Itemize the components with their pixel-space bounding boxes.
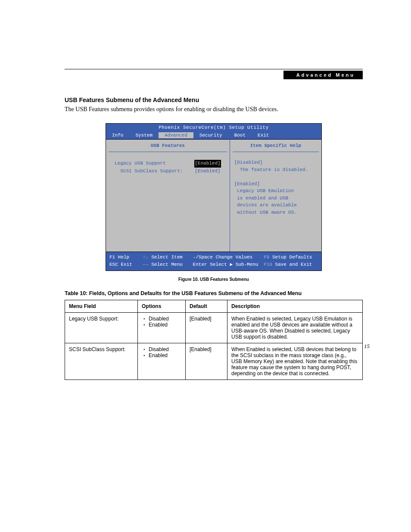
bios-right-title: Item Specific Help xyxy=(233,140,319,152)
cell-description: When Enabled is selected, Legacy USB Emu… xyxy=(227,313,363,343)
bios-option-label: Legacy USB Support xyxy=(115,160,166,168)
bios-option-value[interactable]: [Enabled] xyxy=(194,160,221,168)
horizontal-rule xyxy=(65,69,363,69)
bios-left-title: USB Features xyxy=(109,140,227,152)
bios-footer-cell: ESC Exit xyxy=(109,261,143,268)
list-item: Disabled xyxy=(143,316,181,322)
bios-help-text: [Disabled] The feature is disabled. [Ena… xyxy=(230,152,321,223)
cell-default: [Enabled] xyxy=(186,313,227,343)
cell-menu-field: Legacy USB Support: xyxy=(65,313,138,343)
list-item: Enabled xyxy=(143,322,181,328)
bios-option-row[interactable]: SCSI SubClass Support:[Enabled] xyxy=(111,168,224,175)
section-header-bar: Advanced Menu xyxy=(283,71,363,79)
bios-options-panel: Legacy USB Support[Enabled] SCSI SubClas… xyxy=(106,152,230,183)
bios-tab-advanced[interactable]: Advanced xyxy=(159,132,193,138)
cell-options: DisabledEnabled xyxy=(138,343,186,380)
bios-option-row[interactable]: Legacy USB Support[Enabled] xyxy=(111,160,224,168)
table-header: Description xyxy=(227,300,363,313)
bios-title: Phoenix SecureCore(tm) Setup Utility xyxy=(106,124,321,131)
bios-screenshot: Phoenix SecureCore(tm) Setup Utility Inf… xyxy=(106,123,322,271)
bios-tab-bar: InfoSystemAdvancedSecurityBootExit xyxy=(106,131,321,139)
cell-menu-field: SCSI SubClass Support: xyxy=(65,343,138,380)
bios-footer-cell: F10 Save and Exit xyxy=(264,261,318,268)
bios-footer-cell: F9 Setup Defaults xyxy=(264,254,318,261)
table-title: Table 10: Fields, Options and Defaults f… xyxy=(65,290,363,296)
bios-tab-boot[interactable]: Boot xyxy=(228,132,252,138)
bios-footer: F1 Help↑↓ Select Item-/Space Change Valu… xyxy=(106,252,321,271)
table-header: Menu Field xyxy=(65,300,138,313)
bios-option-value[interactable]: [Enabled] xyxy=(194,168,221,175)
cell-options: DisabledEnabled xyxy=(138,313,186,343)
figure-caption: Figure 10. USB Features Submenu xyxy=(65,277,363,282)
section-intro: The USB Features submenu provides option… xyxy=(65,106,363,113)
table-row: SCSI SubClass Support:DisabledEnabled[En… xyxy=(65,343,363,380)
fields-table: Menu FieldOptionsDefaultDescription Lega… xyxy=(65,300,363,380)
cell-default: [Enabled] xyxy=(186,343,227,380)
bios-tab-system[interactable]: System xyxy=(129,132,159,138)
bios-tab-exit[interactable]: Exit xyxy=(252,132,275,138)
list-item: Disabled xyxy=(143,346,181,352)
bios-tab-info[interactable]: Info xyxy=(106,132,129,138)
bios-option-label: SCSI SubClass Support: xyxy=(115,168,183,175)
page-number: 15 xyxy=(364,343,370,350)
table-row: Legacy USB Support:DisabledEnabled[Enabl… xyxy=(65,313,363,343)
section-title: USB Features Submenu of the Advanced Men… xyxy=(65,96,363,103)
table-header: Default xyxy=(186,300,227,313)
bios-tab-security[interactable]: Security xyxy=(193,132,228,138)
bios-footer-cell: ←→ Select Menu xyxy=(143,261,193,268)
bios-footer-cell: Enter Select ▶ Sub-Menu xyxy=(193,261,264,268)
bios-footer-cell: -/Space Change Values xyxy=(193,254,264,261)
list-item: Enabled xyxy=(143,352,181,358)
table-header: Options xyxy=(138,300,186,313)
cell-description: When Enabled is selected, USB devices th… xyxy=(227,343,363,380)
bios-footer-cell: F1 Help xyxy=(109,254,143,261)
bios-footer-cell: ↑↓ Select Item xyxy=(143,254,193,261)
